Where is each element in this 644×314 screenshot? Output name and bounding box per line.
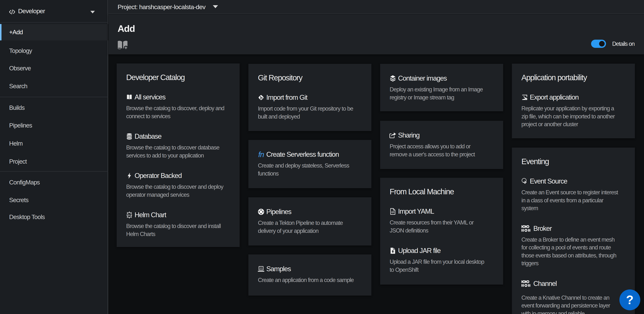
svg-text:HELM: HELM: [127, 214, 132, 216]
